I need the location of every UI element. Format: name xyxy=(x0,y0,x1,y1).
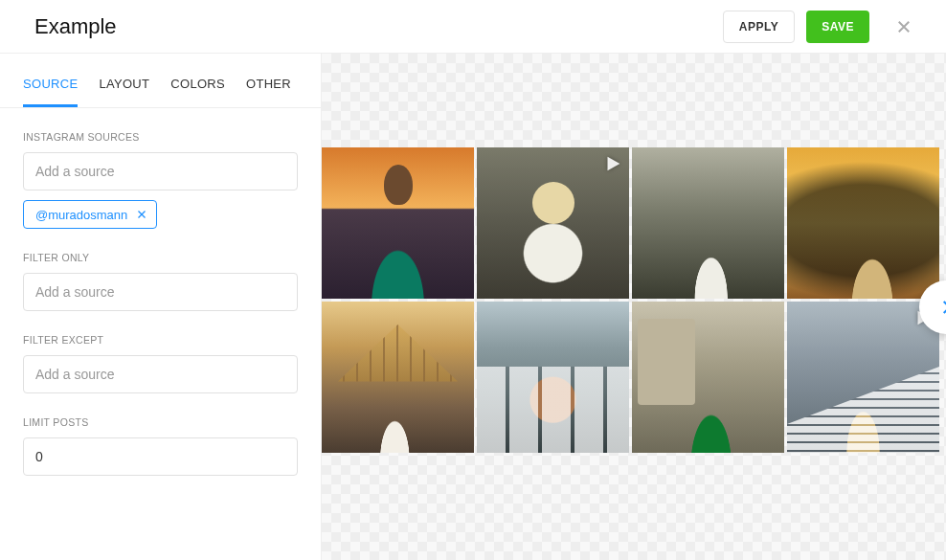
video-icon xyxy=(602,153,623,178)
section-label: INSTAGRAM SOURCES xyxy=(23,131,298,143)
section-label: FILTER EXCEPT xyxy=(23,334,298,346)
gallery-item[interactable] xyxy=(632,302,784,453)
gallery-item[interactable] xyxy=(632,147,784,299)
gallery-row xyxy=(322,147,939,299)
chip-remove-icon[interactable] xyxy=(135,208,148,221)
tab-other[interactable]: OTHER xyxy=(246,77,291,107)
section-instagram-sources: INSTAGRAM SOURCES @muradosmann xyxy=(0,108,321,229)
gallery-item[interactable] xyxy=(477,302,629,453)
body: SOURCE LAYOUT COLORS OTHER INSTAGRAM SOU… xyxy=(0,54,946,560)
tab-colors[interactable]: COLORS xyxy=(170,77,225,107)
header: Example APPLY SAVE xyxy=(0,0,946,54)
source-chip[interactable]: @muradosmann xyxy=(23,200,157,229)
save-button[interactable]: SAVE xyxy=(806,11,869,43)
section-limit-posts: LIMIT POSTS xyxy=(0,393,321,476)
preview-pane xyxy=(322,54,946,560)
gallery-item[interactable] xyxy=(787,302,939,453)
gallery-item[interactable] xyxy=(322,147,474,299)
source-chip-label: @muradosmann xyxy=(35,208,127,222)
gallery-item[interactable] xyxy=(787,147,939,299)
close-icon[interactable] xyxy=(889,11,919,42)
gallery-item[interactable] xyxy=(477,147,629,299)
apply-button[interactable]: APPLY xyxy=(723,11,795,43)
section-label: FILTER ONLY xyxy=(23,252,298,263)
instagram-sources-input[interactable] xyxy=(23,152,298,190)
gallery xyxy=(322,147,939,453)
page-title: Example xyxy=(34,14,117,39)
limit-posts-input[interactable] xyxy=(23,437,298,476)
tab-source[interactable]: SOURCE xyxy=(23,77,78,107)
gallery-item[interactable] xyxy=(322,302,474,453)
sidebar: SOURCE LAYOUT COLORS OTHER INSTAGRAM SOU… xyxy=(0,54,322,560)
tabs: SOURCE LAYOUT COLORS OTHER xyxy=(0,54,321,108)
section-filter-only: FILTER ONLY xyxy=(0,229,321,311)
filter-only-input[interactable] xyxy=(23,273,298,311)
section-filter-except: FILTER EXCEPT xyxy=(0,311,321,393)
section-label: LIMIT POSTS xyxy=(23,416,298,428)
filter-except-input[interactable] xyxy=(23,355,298,393)
tab-layout[interactable]: LAYOUT xyxy=(99,77,149,107)
gallery-row xyxy=(322,302,939,453)
header-actions: APPLY SAVE xyxy=(723,11,919,43)
